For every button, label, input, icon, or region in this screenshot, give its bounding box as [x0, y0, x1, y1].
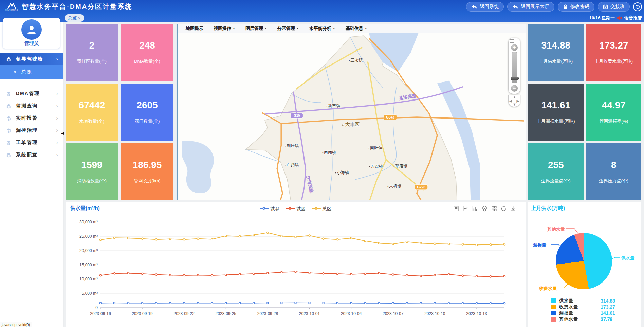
- pie-legend-row-billed[interactable]: 收费水量 173.27: [551, 304, 629, 310]
- change-password-button[interactable]: 修改密码: [558, 2, 594, 12]
- map-menu-partition[interactable]: 分区管理▼: [277, 25, 299, 32]
- bar-chart-toggle-icon[interactable]: [472, 206, 478, 212]
- svg-text:2023-10-04: 2023-10-04: [341, 311, 362, 316]
- sidebar-item-cockpit[interactable]: 领导驾驶舱 ›: [0, 53, 63, 65]
- map-menu-view-ops[interactable]: 视图操作▼: [214, 25, 235, 32]
- svg-text:30,000 m³: 30,000 m³: [79, 220, 98, 224]
- back-to-bigscreen-button[interactable]: 返回展示大屏: [507, 2, 554, 12]
- map-town-label: 白驹镇: [285, 162, 299, 168]
- svg-text:2023-09-16: 2023-09-16: [90, 311, 111, 316]
- legend-swatch: [551, 305, 556, 309]
- user-icon: [26, 24, 37, 35]
- map-town-label: 新丰镇: [326, 103, 340, 109]
- legend-swatch: [551, 298, 556, 303]
- zoom-grip-icon[interactable]: [510, 39, 514, 43]
- pan-left-icon[interactable]: ◀: [509, 99, 512, 103]
- stat-label: 上月供水量(万吨): [539, 58, 573, 65]
- map-town-label: 西团镇: [322, 150, 336, 156]
- sidebar-item-dma[interactable]: DMA管理 ›: [0, 88, 63, 100]
- chart-toolbox: [453, 206, 516, 212]
- panel-splitter[interactable]: [176, 24, 178, 200]
- stat-label: 管网长度(km): [134, 178, 161, 184]
- pan-down-icon[interactable]: ▼: [513, 103, 516, 106]
- tab-overview[interactable]: 总览 ×: [65, 14, 84, 22]
- sidebar-item-leak-control[interactable]: 漏控治理 ›: [0, 124, 63, 137]
- map-town-label: 小海镇: [335, 170, 349, 176]
- stat-value: 314.88: [541, 40, 570, 51]
- data-view-icon[interactable]: [453, 206, 459, 212]
- user-card: 管理员: [3, 18, 60, 49]
- zoom-slider-handle[interactable]: [511, 77, 519, 80]
- tab-close-icon[interactable]: ×: [78, 16, 81, 21]
- bullet-icon: [14, 71, 16, 73]
- layers-icon: [6, 140, 11, 145]
- stat-label: DMA数量(个): [134, 58, 160, 65]
- zoom-out-button[interactable]: −: [511, 85, 518, 92]
- stat-label: 边界流量点(个): [541, 178, 571, 184]
- map-panel: 地图提示 视图操作▼ 图层管理▼ 分区管理▼ 水平衡分析▼ 基础信息▼: [176, 24, 526, 200]
- stat-card-flow-points: 255 边界流量点(个): [528, 143, 584, 200]
- tile-toggle-icon[interactable]: [491, 206, 497, 212]
- legend-item-zongqu[interactable]: 总区: [312, 206, 331, 212]
- legend-swatch: [551, 311, 556, 315]
- sidebar-item-system-config[interactable]: 系统配置 ›: [0, 149, 63, 161]
- sidebar: 管理员 领导驾驶舱 › 总览 DMA管理 ›: [0, 22, 63, 327]
- zoom-in-button[interactable]: +: [511, 44, 518, 51]
- stat-value: 67442: [79, 100, 105, 111]
- caret-down-icon: ▼: [296, 27, 299, 30]
- sidebar-item-monitor[interactable]: 监测查询 ›: [0, 100, 63, 112]
- back-to-system-button[interactable]: 返回系统: [466, 2, 504, 12]
- legend-value: 141.61: [601, 310, 615, 316]
- map-town-label: 草庙镇: [393, 163, 407, 169]
- map-menu-layers[interactable]: 图层管理▼: [245, 25, 267, 32]
- voice-alarm-label[interactable]: 语音报警: [624, 15, 642, 21]
- zoom-slider[interactable]: [512, 52, 517, 83]
- svg-text:2023-09-22: 2023-09-22: [174, 311, 195, 316]
- map-city-label: 大丰区: [342, 122, 360, 128]
- svg-text:2023-09-25: 2023-09-25: [216, 311, 237, 316]
- save-image-icon[interactable]: [510, 206, 516, 212]
- legend-item-chengxiang[interactable]: 城乡: [260, 206, 279, 212]
- line-chart-toggle-icon[interactable]: [463, 206, 468, 212]
- map-menu-basic-info[interactable]: 基础信息▼: [346, 25, 367, 32]
- supply-line-chart[interactable]: 05,000 m³10,000 m³15,000 m³20,000 m³25,0…: [68, 217, 520, 323]
- map-zoom-control: + − ▲ ▼ ◀ ▶: [508, 38, 520, 107]
- chevron-right-icon: ›: [56, 56, 59, 62]
- stat-label: 责任区数量(个): [77, 58, 107, 65]
- map-canvas[interactable]: G15 G343 G228 盐洛高速 沈海高速 三龙镇新丰镇刘庄镇西团镇南阳镇白…: [178, 33, 526, 200]
- restore-icon[interactable]: [501, 206, 507, 212]
- map-menu-label: 图层管理: [245, 25, 263, 32]
- pie-legend-row-supply[interactable]: 供水量 314.88: [551, 298, 629, 304]
- pie-legend-row-leak[interactable]: 漏损量 141.61: [551, 310, 629, 316]
- sidebar-collapse-handle[interactable]: ◀: [61, 131, 64, 135]
- stat-card-leak-volume: 141.61 上月漏损水量(万吨): [528, 84, 584, 141]
- sidebar-item-label: 漏控治理: [16, 127, 38, 133]
- shift-handover-button[interactable]: 交接班: [598, 2, 630, 12]
- supply-line-chart-panel: 供水量(m³/h) 城乡 城区 总区: [66, 202, 526, 327]
- supply-pie-chart[interactable]: [556, 233, 612, 289]
- pie-legend-row-other[interactable]: 其他水量 37.79: [551, 316, 629, 322]
- map-menu-water-balance[interactable]: 水平衡分析▼: [309, 25, 335, 32]
- chevron-right-icon: ›: [56, 115, 59, 122]
- shield-g343: G343: [386, 115, 394, 119]
- legend-label: 其他水量: [559, 316, 601, 322]
- svg-text:2023-09-28: 2023-09-28: [257, 311, 278, 316]
- map-menu-tip[interactable]: 地图提示: [186, 25, 203, 32]
- pan-right-icon[interactable]: ▶: [517, 99, 519, 103]
- pie-label-other: 其他水量: [547, 226, 565, 232]
- stat-value: 2: [89, 40, 95, 51]
- pan-up-icon[interactable]: ▲: [513, 95, 516, 99]
- stack-toggle-icon[interactable]: [482, 206, 487, 212]
- legend-item-chengqu[interactable]: 城区: [286, 206, 305, 212]
- logout-power-button[interactable]: [633, 2, 642, 11]
- stat-value: 2605: [136, 100, 158, 111]
- date-text: 10/16 星期一: [589, 15, 615, 21]
- line-chart-legend: 城乡 城区 总区: [260, 206, 331, 212]
- layers-icon: [6, 128, 11, 133]
- sidebar-item-label: 工单管理: [16, 140, 38, 146]
- sidebar-item-overview[interactable]: 总览: [0, 65, 63, 79]
- sidebar-item-workorder[interactable]: 工单管理 ›: [0, 137, 63, 149]
- sidebar-item-realtime-alarm[interactable]: 实时报警 ›: [0, 112, 63, 124]
- stat-label: 阀门数量(个): [135, 118, 160, 124]
- map-pan-control[interactable]: ▲ ▼ ◀ ▶: [508, 95, 520, 107]
